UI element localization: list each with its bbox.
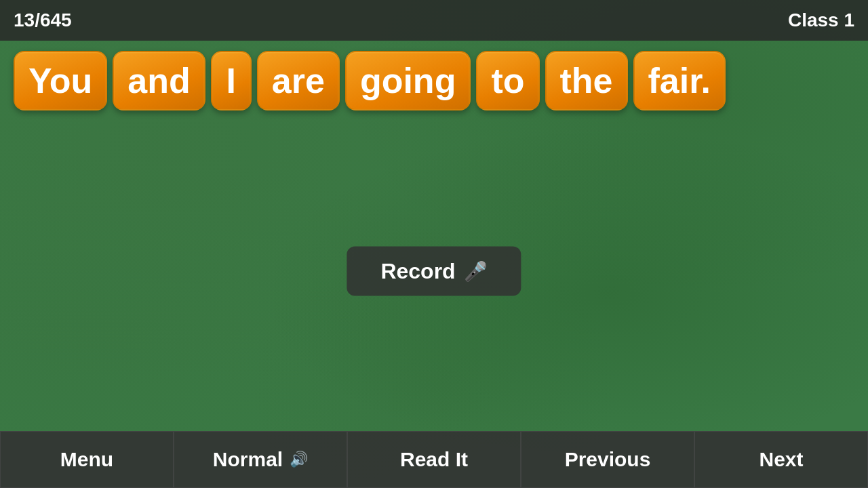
word-tile-word-to[interactable]: to [476,51,539,110]
bottom-bar: Menu Normal 🔊 Read It Previous Next [0,431,868,488]
record-button[interactable]: Record 🎤 [347,247,521,296]
next-button[interactable]: Next [694,431,868,488]
word-tile-word-fair[interactable]: fair. [633,51,726,110]
words-area: YouandIaregoingtothefair. [7,44,861,117]
previous-button[interactable]: Previous [521,431,694,488]
word-tile-word-and[interactable]: and [113,51,205,110]
normal-label: Normal [213,448,283,471]
class-label: Class 1 [788,9,854,31]
next-label: Next [759,448,803,471]
top-bar: 13/645 Class 1 [0,0,868,41]
word-tile-word-you[interactable]: You [14,51,107,110]
word-tile-word-are[interactable]: are [257,51,340,110]
normal-button[interactable]: Normal 🔊 [174,431,347,488]
mic-icon: 🎤 [464,260,488,283]
word-tile-word-going[interactable]: going [345,51,471,110]
word-tile-word-the[interactable]: the [545,51,628,110]
menu-button[interactable]: Menu [0,431,174,488]
record-label: Record [380,259,455,284]
read-it-button[interactable]: Read It [347,431,521,488]
counter: 13/645 [14,9,72,31]
previous-label: Previous [565,448,651,471]
speaker-icon: 🔊 [290,451,308,468]
word-tile-word-i[interactable]: I [211,51,252,110]
menu-label: Menu [60,448,113,471]
record-button-container: Record 🎤 [347,247,521,296]
read-it-label: Read It [400,448,468,471]
